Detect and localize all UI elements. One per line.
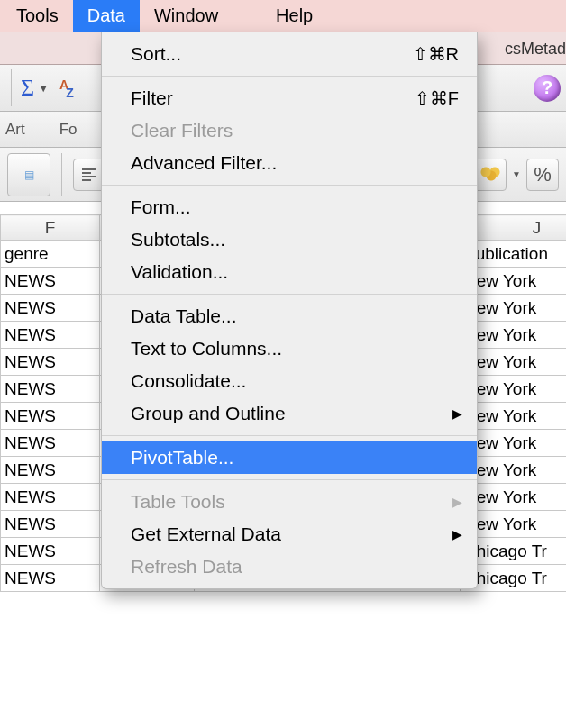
menu-item-filter[interactable]: Filter⇧⌘F (102, 82, 477, 114)
menu-item-get-external-data[interactable]: Get External Data▶ (102, 518, 477, 551)
tab-label[interactable]: csMetad (505, 40, 566, 59)
menu-item-text-to-columns[interactable]: Text to Columns... (102, 332, 477, 365)
menu-item-pivottable[interactable]: PivotTable... (102, 441, 477, 474)
menu-item-clear-filters: Clear Filters (102, 114, 477, 147)
group-label-art: Art (5, 121, 25, 139)
menu-item-validation[interactable]: Validation... (102, 256, 477, 288)
menu-item-advanced-filter[interactable]: Advanced Filter... (102, 147, 477, 179)
menu-item-sort[interactable]: Sort...⇧⌘R (102, 38, 477, 70)
menu-item-group-outline[interactable]: Group and Outline▶ (102, 397, 477, 430)
submenu-arrow-icon: ▶ (452, 406, 462, 421)
coins-icon (480, 167, 500, 183)
sort-az-icon[interactable]: AZ (59, 77, 77, 98)
help-icon[interactable]: ? (534, 75, 561, 102)
menu-item-form[interactable]: Form... (102, 191, 477, 223)
shortcut-label: ⇧⌘F (415, 87, 459, 109)
col-header-f[interactable]: F (1, 215, 100, 241)
skull-icon[interactable] (535, 0, 564, 32)
menu-tools[interactable]: Tools (2, 0, 73, 32)
menu-item-table-tools: Table Tools▶ (102, 486, 477, 518)
menubar: Tools Data Window Help (0, 0, 566, 32)
script-menu-icon[interactable] (233, 0, 261, 32)
menu-item-subtotals[interactable]: Subtotals... (102, 223, 477, 256)
data-menu-dropdown: Sort...⇧⌘R Filter⇧⌘F Clear Filters Advan… (101, 32, 478, 589)
percent-button[interactable]: % (526, 159, 559, 191)
submenu-arrow-icon: ▶ (452, 527, 462, 541)
shortcut-label: ⇧⌘R (413, 43, 459, 65)
group-label-font: Fo (59, 121, 78, 139)
currency-button[interactable] (474, 159, 507, 191)
menu-item-consolidate[interactable]: Consolidate... (102, 365, 477, 397)
menu-help[interactable]: Help (261, 0, 327, 32)
menu-window[interactable]: Window (140, 0, 233, 32)
menu-data[interactable]: Data (73, 0, 140, 32)
menu-item-refresh-data: Refresh Data (102, 551, 477, 583)
autosum-icon[interactable]: Σ (21, 75, 34, 102)
toolbar-button-a[interactable]: ▤ (7, 153, 50, 196)
menu-item-data-table[interactable]: Data Table... (102, 300, 477, 332)
submenu-arrow-icon: ▶ (452, 495, 462, 509)
